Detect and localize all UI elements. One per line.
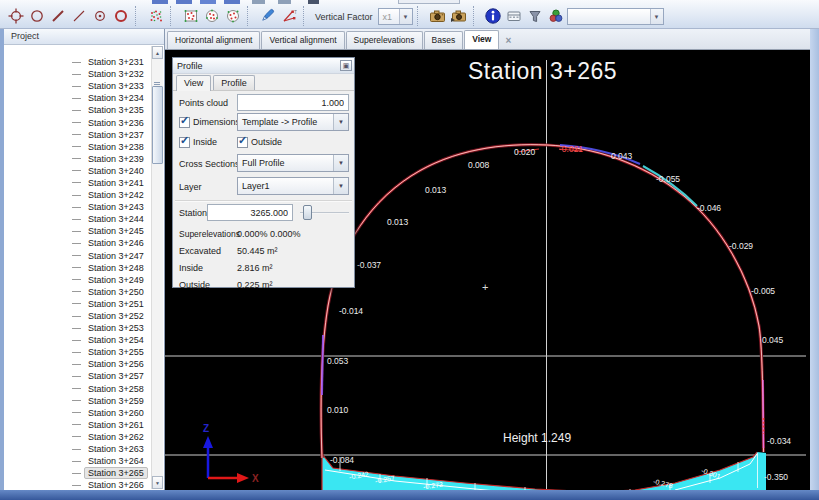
- dimension-label: -0.005: [751, 286, 775, 296]
- tree-item-station[interactable]: Station 3+263: [4, 443, 150, 455]
- tree-item-station[interactable]: Station 3+246: [4, 237, 150, 249]
- tab-bases[interactable]: Bases: [424, 31, 464, 49]
- snapshot-export-icon[interactable]: [448, 5, 469, 26]
- tree-item-station[interactable]: Station 3+232: [4, 68, 150, 80]
- inside-checkbox[interactable]: ✓: [179, 137, 190, 148]
- tab-profile[interactable]: Profile: [213, 75, 255, 90]
- toolbar-cut-icon: [278, 0, 291, 4]
- tree-item-station[interactable]: Station 3+256: [4, 358, 150, 370]
- superelevations-label: Superelevations: [179, 229, 240, 239]
- layer-select[interactable]: Layer1 ▼: [237, 177, 349, 195]
- vertical-factor-label: Vertical Factor: [315, 12, 373, 22]
- station-slider-thumb[interactable]: [303, 205, 312, 220]
- dimensions-select[interactable]: Template -> Profile ▼: [237, 113, 349, 131]
- tree-item-station[interactable]: Station 3+259: [4, 395, 150, 407]
- filter-icon[interactable]: [525, 5, 546, 26]
- tree-item-station[interactable]: Station 3+254: [4, 334, 150, 346]
- tree-item-station[interactable]: Station 3+242: [4, 189, 150, 201]
- tree-item-station[interactable]: Station 3+248: [4, 262, 150, 274]
- scroll-down-button[interactable]: ▼: [152, 476, 163, 489]
- tree-item-label: Station 3+264: [84, 455, 148, 467]
- tree-branch-line: [72, 146, 81, 147]
- tree-item-station[interactable]: Station 3+260: [4, 407, 150, 419]
- line-thick-icon[interactable]: [47, 5, 68, 26]
- tree-item-station[interactable]: Station 3+231: [4, 56, 150, 68]
- dimension-label: 0.020: [514, 147, 535, 157]
- view-filter-select[interactable]: ▼: [567, 8, 664, 25]
- profile-panel-titlebar[interactable]: Profile ▣: [173, 58, 354, 74]
- points-cloud-input[interactable]: [237, 94, 349, 111]
- tree-branch-line: [72, 424, 81, 425]
- cross-sections-select[interactable]: Full Profile ▼: [237, 154, 349, 172]
- snapshot-icon[interactable]: [427, 5, 448, 26]
- inside-label: Inside: [193, 137, 217, 147]
- dimension-label: -0.021: [559, 144, 583, 154]
- station-input[interactable]: [207, 204, 293, 221]
- color-groups-icon[interactable]: [546, 5, 567, 26]
- dimension-label: 0.043: [611, 151, 632, 161]
- tab-view[interactable]: View: [464, 30, 499, 49]
- dimensions-checkbox[interactable]: ✓: [179, 117, 190, 128]
- tree-item-station[interactable]: Station 3+233: [4, 80, 150, 92]
- tree-item-station[interactable]: Station 3+266: [4, 479, 150, 490]
- tree-item-label: Station 3+236: [84, 117, 148, 129]
- toolbar-cut-icon: [176, 0, 192, 4]
- tree-item-station[interactable]: Station 3+264: [4, 455, 150, 467]
- outside-checkbox[interactable]: ✓: [237, 137, 248, 148]
- tree-item-station[interactable]: Station 3+243: [4, 201, 150, 213]
- tree-item-station[interactable]: Station 3+265: [4, 467, 150, 479]
- tree-branch-line: [72, 400, 81, 401]
- tree-item-station[interactable]: Station 3+262: [4, 431, 150, 443]
- line-thin-icon[interactable]: [68, 5, 89, 26]
- panel-dock-icon[interactable]: ▣: [340, 60, 352, 71]
- tree-branch-line: [72, 412, 81, 413]
- info-icon[interactable]: [483, 5, 504, 26]
- tree-item-station[interactable]: Station 3+239: [4, 153, 150, 165]
- tree-item-station[interactable]: Station 3+250: [4, 286, 150, 298]
- tree-item-station[interactable]: Station 3+247: [4, 250, 150, 262]
- circle-bold-icon[interactable]: [110, 5, 131, 26]
- scroll-up-button[interactable]: ▲: [152, 46, 163, 59]
- tree-item-station[interactable]: Station 3+244: [4, 213, 150, 225]
- crosshair-circle-icon[interactable]: [5, 5, 26, 26]
- pen-icon[interactable]: [257, 5, 278, 26]
- tree-item-station[interactable]: Station 3+241: [4, 177, 150, 189]
- points-in-circle-alt-icon[interactable]: [222, 5, 243, 26]
- tree-item-station[interactable]: Station 3+251: [4, 298, 150, 310]
- tree-item-station[interactable]: Station 3+258: [4, 383, 150, 395]
- circle-center-point-icon[interactable]: [89, 5, 110, 26]
- points-in-box-icon[interactable]: [180, 5, 201, 26]
- tree-branch-line: [72, 98, 81, 99]
- tree-item-station[interactable]: Station 3+238: [4, 141, 150, 153]
- project-sidebar: Project Station 3+231Station 3+232Statio…: [4, 29, 165, 490]
- tree-item-station[interactable]: Station 3+261: [4, 419, 150, 431]
- tree-item-station[interactable]: Station 3+235: [4, 104, 150, 116]
- tab-vertical-alignment[interactable]: Vertical alignment: [261, 31, 344, 49]
- tab-horizontal-alignment[interactable]: Horizontal alignment: [167, 31, 260, 49]
- tree-item-station[interactable]: Station 3+253: [4, 322, 150, 334]
- points-in-circle-icon[interactable]: [201, 5, 222, 26]
- tree-item-label: Station 3+265: [84, 467, 148, 479]
- tab-close-icon[interactable]: ×: [505, 35, 511, 46]
- tree-item-station[interactable]: Station 3+236: [4, 116, 150, 128]
- tree-item-station[interactable]: Station 3+255: [4, 346, 150, 358]
- angle-measure-icon[interactable]: T: [278, 5, 299, 26]
- tree-scrollbar[interactable]: ▲ ▼: [151, 46, 163, 489]
- circle-icon[interactable]: [26, 5, 47, 26]
- dimension-label: -0.046: [697, 203, 721, 213]
- tree-item-station[interactable]: Station 3+257: [4, 370, 150, 382]
- tree-item-station[interactable]: Station 3+249: [4, 274, 150, 286]
- vertical-factor-select[interactable]: x1 ▼: [378, 8, 413, 25]
- tab-superelevations[interactable]: Superelevations: [346, 31, 423, 49]
- tree-item-station[interactable]: Station 3+252: [4, 310, 150, 322]
- tree-item-station[interactable]: Station 3+240: [4, 165, 150, 177]
- tree-item-station[interactable]: Station 3+237: [4, 129, 150, 141]
- properties-panel-icon[interactable]: [504, 5, 525, 26]
- tab-view[interactable]: View: [176, 75, 211, 91]
- scroll-thumb[interactable]: [152, 86, 163, 164]
- station-tree[interactable]: Station 3+231Station 3+232Station 3+233S…: [4, 46, 150, 490]
- tree-item-station[interactable]: Station 3+245: [4, 225, 150, 237]
- dimension-label: 0.013: [387, 217, 408, 227]
- points-cloud-icon[interactable]: [145, 5, 166, 26]
- tree-item-station[interactable]: Station 3+234: [4, 92, 150, 104]
